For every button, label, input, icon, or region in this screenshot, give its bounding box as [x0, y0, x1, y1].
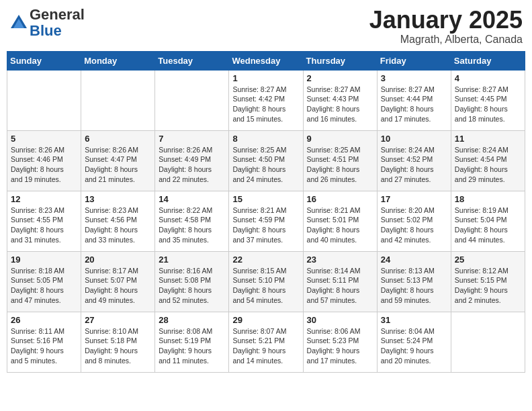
calendar-cell: 25Sunrise: 8:12 AMSunset: 5:15 PMDayligh… [451, 251, 525, 312]
calendar-cell: 30Sunrise: 8:06 AMSunset: 5:23 PMDayligh… [303, 312, 377, 372]
logo-blue: Blue [30, 22, 62, 39]
day-info: Sunrise: 8:26 AMSunset: 4:46 PMDaylight:… [11, 145, 77, 185]
calendar-cell: 6Sunrise: 8:26 AMSunset: 4:47 PMDaylight… [81, 130, 155, 191]
weekday-header: Thursday [303, 51, 377, 70]
day-number: 10 [381, 134, 447, 144]
calendar-cell: 12Sunrise: 8:23 AMSunset: 4:55 PMDayligh… [7, 191, 81, 251]
day-number: 9 [307, 134, 373, 144]
calendar-cell [7, 70, 81, 130]
calendar-cell: 10Sunrise: 8:24 AMSunset: 4:52 PMDayligh… [377, 130, 451, 191]
location: Magrath, Alberta, Canada [369, 34, 523, 46]
day-number: 8 [232, 134, 299, 144]
calendar-cell: 18Sunrise: 8:19 AMSunset: 5:04 PMDayligh… [451, 191, 525, 251]
calendar-cell: 29Sunrise: 8:07 AMSunset: 5:21 PMDayligh… [229, 312, 303, 372]
calendar-cell: 21Sunrise: 8:16 AMSunset: 5:08 PMDayligh… [155, 251, 229, 312]
day-info: Sunrise: 8:23 AMSunset: 4:55 PMDaylight:… [11, 205, 77, 245]
weekday-header: Monday [81, 51, 155, 70]
day-number: 2 [307, 73, 373, 83]
day-number: 27 [85, 315, 151, 325]
calendar-cell [451, 312, 525, 372]
calendar-header-row: SundayMondayTuesdayWednesdayThursdayFrid… [7, 51, 525, 70]
day-number: 16 [307, 194, 373, 204]
day-number: 29 [232, 315, 299, 325]
calendar-cell: 7Sunrise: 8:26 AMSunset: 4:49 PMDaylight… [155, 130, 229, 191]
day-number: 1 [232, 73, 299, 83]
logo: General Blue [9, 7, 85, 39]
calendar-cell: 5Sunrise: 8:26 AMSunset: 4:46 PMDaylight… [7, 130, 81, 191]
day-number: 24 [381, 255, 447, 265]
day-number: 30 [307, 315, 373, 325]
logo-text: General Blue [30, 7, 85, 39]
day-info: Sunrise: 8:25 AMSunset: 4:51 PMDaylight:… [307, 145, 373, 185]
calendar-cell: 20Sunrise: 8:17 AMSunset: 5:07 PMDayligh… [81, 251, 155, 312]
day-number: 11 [455, 134, 521, 144]
calendar-week-row: 5Sunrise: 8:26 AMSunset: 4:46 PMDaylight… [7, 130, 525, 191]
weekday-header: Friday [377, 51, 451, 70]
page-header: General Blue January 2025 Magrath, Alber… [7, 7, 525, 46]
day-info: Sunrise: 8:27 AMSunset: 4:44 PMDaylight:… [381, 85, 447, 124]
calendar-week-row: 1Sunrise: 8:27 AMSunset: 4:42 PMDaylight… [7, 70, 525, 130]
day-info: Sunrise: 8:24 AMSunset: 4:54 PMDaylight:… [455, 145, 521, 185]
day-info: Sunrise: 8:14 AMSunset: 5:11 PMDaylight:… [307, 266, 373, 306]
day-info: Sunrise: 8:10 AMSunset: 5:18 PMDaylight:… [85, 326, 151, 366]
weekday-header: Sunday [7, 51, 81, 70]
day-info: Sunrise: 8:11 AMSunset: 5:16 PMDaylight:… [11, 326, 77, 366]
calendar-cell [155, 70, 229, 130]
day-number: 15 [232, 194, 299, 204]
day-number: 21 [159, 255, 225, 265]
calendar-week-row: 26Sunrise: 8:11 AMSunset: 5:16 PMDayligh… [7, 312, 525, 372]
day-info: Sunrise: 8:19 AMSunset: 5:04 PMDaylight:… [455, 205, 521, 245]
calendar-cell: 28Sunrise: 8:08 AMSunset: 5:19 PMDayligh… [155, 312, 229, 372]
day-info: Sunrise: 8:26 AMSunset: 4:47 PMDaylight:… [85, 145, 151, 185]
calendar-cell: 26Sunrise: 8:11 AMSunset: 5:16 PMDayligh… [7, 312, 81, 372]
calendar-cell: 23Sunrise: 8:14 AMSunset: 5:11 PMDayligh… [303, 251, 377, 312]
weekday-header: Wednesday [229, 51, 303, 70]
day-number: 25 [455, 255, 521, 265]
calendar-cell: 1Sunrise: 8:27 AMSunset: 4:42 PMDaylight… [229, 70, 303, 130]
day-number: 5 [11, 134, 77, 144]
calendar-week-row: 12Sunrise: 8:23 AMSunset: 4:55 PMDayligh… [7, 191, 525, 251]
weekday-header: Tuesday [155, 51, 229, 70]
day-info: Sunrise: 8:07 AMSunset: 5:21 PMDaylight:… [232, 326, 299, 366]
day-number: 3 [381, 73, 447, 83]
day-number: 18 [455, 194, 521, 204]
calendar-cell: 3Sunrise: 8:27 AMSunset: 4:44 PMDaylight… [377, 70, 451, 130]
logo-general: General [30, 6, 85, 23]
calendar-cell: 24Sunrise: 8:13 AMSunset: 5:13 PMDayligh… [377, 251, 451, 312]
day-info: Sunrise: 8:17 AMSunset: 5:07 PMDaylight:… [85, 266, 151, 306]
day-info: Sunrise: 8:13 AMSunset: 5:13 PMDaylight:… [381, 266, 447, 306]
calendar-cell: 11Sunrise: 8:24 AMSunset: 4:54 PMDayligh… [451, 130, 525, 191]
day-info: Sunrise: 8:04 AMSunset: 5:24 PMDaylight:… [381, 326, 447, 366]
day-info: Sunrise: 8:18 AMSunset: 5:05 PMDaylight:… [11, 266, 77, 306]
day-info: Sunrise: 8:16 AMSunset: 5:08 PMDaylight:… [159, 266, 225, 306]
day-info: Sunrise: 8:21 AMSunset: 5:01 PMDaylight:… [307, 205, 373, 245]
month-title: January 2025 [369, 7, 523, 34]
calendar-week-row: 19Sunrise: 8:18 AMSunset: 5:05 PMDayligh… [7, 251, 525, 312]
calendar-cell: 19Sunrise: 8:18 AMSunset: 5:05 PMDayligh… [7, 251, 81, 312]
day-number: 26 [11, 315, 77, 325]
calendar-cell: 16Sunrise: 8:21 AMSunset: 5:01 PMDayligh… [303, 191, 377, 251]
day-info: Sunrise: 8:27 AMSunset: 4:45 PMDaylight:… [455, 85, 521, 124]
day-info: Sunrise: 8:15 AMSunset: 5:10 PMDaylight:… [232, 266, 299, 306]
day-number: 7 [159, 134, 225, 144]
calendar-cell: 2Sunrise: 8:27 AMSunset: 4:43 PMDaylight… [303, 70, 377, 130]
day-number: 20 [85, 255, 151, 265]
calendar-table: SundayMondayTuesdayWednesdayThursdayFrid… [7, 51, 525, 373]
day-info: Sunrise: 8:06 AMSunset: 5:23 PMDaylight:… [307, 326, 373, 366]
day-info: Sunrise: 8:21 AMSunset: 4:59 PMDaylight:… [232, 205, 299, 245]
day-info: Sunrise: 8:25 AMSunset: 4:50 PMDaylight:… [232, 145, 299, 185]
day-number: 28 [159, 315, 225, 325]
title-block: January 2025 Magrath, Alberta, Canada [369, 7, 523, 46]
day-number: 17 [381, 194, 447, 204]
calendar-cell [81, 70, 155, 130]
day-number: 19 [11, 255, 77, 265]
day-number: 23 [307, 255, 373, 265]
day-info: Sunrise: 8:20 AMSunset: 5:02 PMDaylight:… [381, 205, 447, 245]
day-number: 4 [455, 73, 521, 83]
day-info: Sunrise: 8:27 AMSunset: 4:43 PMDaylight:… [307, 85, 373, 124]
calendar-cell: 4Sunrise: 8:27 AMSunset: 4:45 PMDaylight… [451, 70, 525, 130]
calendar-cell: 31Sunrise: 8:04 AMSunset: 5:24 PMDayligh… [377, 312, 451, 372]
day-info: Sunrise: 8:24 AMSunset: 4:52 PMDaylight:… [381, 145, 447, 185]
day-info: Sunrise: 8:08 AMSunset: 5:19 PMDaylight:… [159, 326, 225, 366]
calendar-cell: 8Sunrise: 8:25 AMSunset: 4:50 PMDaylight… [229, 130, 303, 191]
